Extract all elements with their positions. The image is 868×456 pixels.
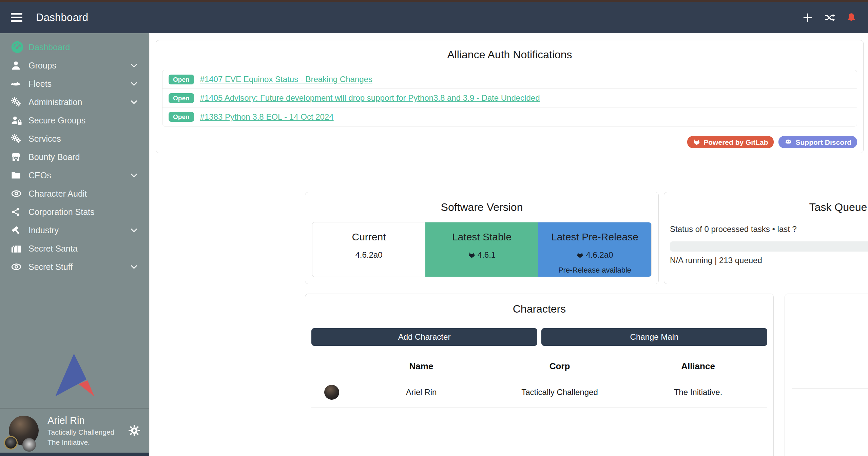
- sidebar-item-services[interactable]: Services: [0, 130, 149, 148]
- sidebar-item-secure-groups[interactable]: Secure Groups: [0, 111, 149, 130]
- membership-panel: Membership State: Guest A Group B Group: [785, 294, 868, 456]
- sidebar-item-administration[interactable]: Administration: [0, 93, 149, 111]
- gitlab-fox-icon: [576, 251, 584, 259]
- latest-prerelease-box: Latest Pre-Release 4.6.2a0 Pre-Release a…: [538, 222, 651, 277]
- character-alliance: The Initiative.: [629, 388, 767, 397]
- share-nodes-icon: [11, 207, 26, 217]
- notification-link[interactable]: #1405 Advisory: Future development will …: [200, 93, 540, 103]
- notification-item: Open #1405 Advisory: Future development …: [162, 89, 857, 107]
- eye-icon: [11, 188, 26, 199]
- folder-icon: [11, 170, 26, 180]
- characters-table: Name Corp Alliance Ariel Rin Tactically …: [311, 355, 767, 408]
- character-name: Ariel Rin: [352, 388, 490, 397]
- sidebar-item-label: Dashboard: [28, 42, 70, 52]
- task-queue-title: Task Queue: [670, 201, 868, 214]
- characters-table-header: Name Corp Alliance: [311, 355, 767, 377]
- column-header-name: Name: [352, 361, 490, 372]
- user-avatar: [9, 416, 39, 445]
- character-row: Ariel Rin Tactically Challenged The Init…: [311, 377, 767, 408]
- add-character-button[interactable]: Add Character: [311, 328, 537, 346]
- group-list: A Group B Group: [792, 346, 868, 389]
- character-corp: Tactically Challenged: [490, 388, 629, 397]
- latest-stable-box: Latest Stable 4.6.1: [425, 222, 538, 277]
- user-alliance: The Initiative.: [47, 438, 114, 447]
- chevron-down-icon: [130, 226, 138, 235]
- chevron-down-icon: [130, 61, 138, 70]
- sidebar-item-industry[interactable]: Industry: [0, 221, 149, 239]
- top-navbar: Dashboard: [0, 0, 868, 33]
- column-header-corp: Corp: [490, 361, 629, 372]
- group-row: A Group: [792, 346, 868, 367]
- gears-icon: [11, 97, 26, 107]
- menu-toggle-icon[interactable]: [11, 13, 22, 22]
- alliance-logo-badge: [22, 438, 36, 452]
- hammer-icon: [11, 225, 26, 235]
- sidebar-item-fleets[interactable]: Fleets: [0, 75, 149, 93]
- sidebar-item-character-audit[interactable]: Character Audit: [0, 184, 149, 203]
- membership-state: State: Guest: [792, 325, 868, 336]
- task-queue-counts: N/A running | 213 queued: [670, 256, 868, 265]
- sidebar-item-dashboard[interactable]: Dashboard: [0, 38, 149, 56]
- sidebar-item-secret-santa[interactable]: Secret Santa: [0, 239, 149, 258]
- characters-title: Characters: [311, 303, 767, 315]
- notification-link[interactable]: #1407 EVE Equinox Status - Breaking Chan…: [200, 75, 372, 84]
- notification-item: Open #1407 EVE Equinox Status - Breaking…: [162, 70, 857, 89]
- sidebar-item-corporation-stats[interactable]: Corporation Stats: [0, 203, 149, 221]
- sidebar-item-ceos[interactable]: CEOs: [0, 166, 149, 184]
- add-character-icon[interactable]: [802, 12, 813, 23]
- dashboard-gauge-icon: [11, 41, 26, 54]
- change-main-shuffle-icon[interactable]: [823, 13, 836, 23]
- software-version-title: Software Version: [305, 201, 658, 214]
- status-badge: Open: [169, 93, 194, 103]
- change-main-button[interactable]: Change Main: [541, 328, 767, 346]
- sidebar-item-secret-stuff[interactable]: Secret Stuff: [0, 258, 149, 276]
- latest-stable-label: Latest Stable: [425, 231, 538, 243]
- notifications-panel: Alliance Auth Notifications Open #1407 E…: [156, 40, 864, 153]
- latest-stable-value: 4.6.1: [478, 250, 496, 260]
- user-name: Ariel Rin: [47, 414, 114, 427]
- eye-icon: [11, 261, 26, 272]
- task-queue-panel: Task Queue Status of 0 processed tasks •…: [664, 192, 868, 284]
- sidebar: Dashboard Groups Fleets Administration: [0, 33, 149, 456]
- characters-panel: Characters Add Character Change Main Nam…: [305, 294, 774, 456]
- membership-title: Membership: [792, 303, 868, 315]
- software-version-panel: Software Version Current 4.6.2a0 Latest …: [305, 192, 659, 284]
- group-row: B Group: [792, 367, 868, 389]
- notifications-list: Open #1407 EVE Equinox Status - Breaking…: [162, 70, 857, 126]
- current-version-box: Current 4.6.2a0: [312, 222, 425, 277]
- status-badge: Open: [169, 112, 194, 122]
- gears-icon: [11, 134, 26, 144]
- current-version-label: Current: [312, 231, 425, 243]
- chevron-down-icon: [130, 171, 138, 180]
- notifications-bell-icon[interactable]: [846, 12, 856, 23]
- storefront-icon: [11, 152, 26, 162]
- alliance-logo: [0, 352, 149, 408]
- discord-icon: [784, 138, 792, 146]
- main-content: Alliance Auth Notifications Open #1407 E…: [149, 33, 868, 456]
- person-icon: [11, 60, 26, 71]
- chevron-down-icon: [130, 79, 138, 88]
- shuttle-icon: [11, 79, 26, 89]
- sidebar-item-groups[interactable]: Groups: [0, 56, 149, 75]
- user-card: Ariel Rin Tactically Challenged The Init…: [0, 408, 149, 453]
- column-header-alliance: Alliance: [629, 361, 767, 372]
- discord-badge[interactable]: Support Discord: [778, 136, 857, 148]
- gitlab-badge[interactable]: Powered by GitLab: [687, 136, 774, 148]
- person-lock-icon: [11, 115, 26, 125]
- notifications-title: Alliance Auth Notifications: [162, 48, 857, 61]
- latest-prerelease-label: Latest Pre-Release: [538, 231, 651, 243]
- corp-logo-badge: [4, 436, 18, 450]
- chevron-down-icon: [130, 262, 138, 271]
- latest-prerelease-value: 4.6.2a0: [586, 250, 613, 260]
- task-progress-bar: [670, 241, 868, 252]
- current-version-value: 4.6.2a0: [312, 250, 425, 260]
- prerelease-note: Pre-Release available: [538, 266, 651, 275]
- sidebar-bottom-strip: [0, 453, 149, 456]
- character-portrait: [324, 385, 339, 400]
- task-status-line: Status of 0 processed tasks • last ?: [670, 224, 868, 234]
- sidebar-item-bounty-board[interactable]: Bounty Board: [0, 148, 149, 166]
- chevron-down-icon: [130, 98, 138, 106]
- user-settings-gear-icon[interactable]: [128, 424, 140, 437]
- gitlab-fox-icon: [693, 138, 700, 146]
- notification-link[interactable]: #1383 Python 3.8 EOL - 14 Oct 2024: [200, 112, 334, 122]
